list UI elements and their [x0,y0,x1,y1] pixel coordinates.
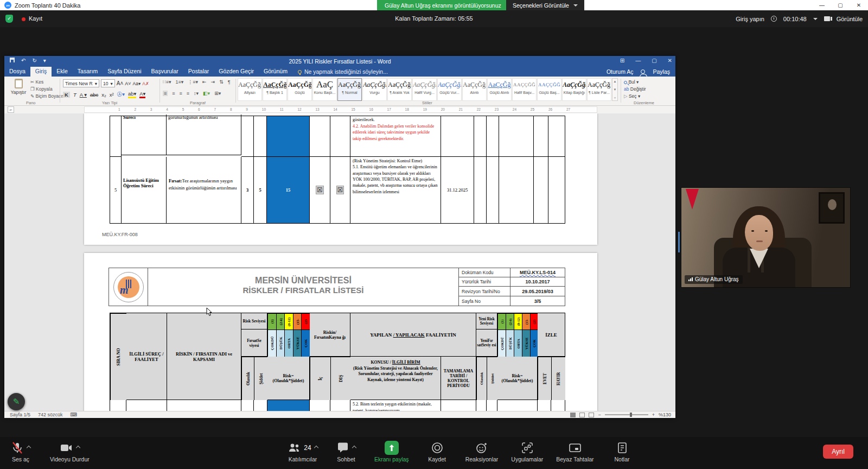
style-kitap-basligi[interactable]: AaÇçĞğlKitap Başlığı [562,78,586,101]
tab-gozden-gecir[interactable]: Gözden Geçir [214,67,259,77]
style-guclu-vurgu[interactable]: AaÇçĞğİGüçlü Vur... [437,78,462,101]
ribbon-display-icon[interactable]: ⊞ [620,58,624,64]
signin-link[interactable]: Giriş yapın [736,16,764,22]
participants-button[interactable]: 24 Katılımcılar [288,440,318,462]
ruler[interactable]: ⌐ 1 2 3 4 5 6 7 8 9 10 11 12 13 14 15 16… [4,106,675,113]
bold-button[interactable]: K [63,92,70,98]
tab-selector-icon[interactable]: ⌐ [8,106,14,113]
record-button[interactable]: Kaydet [422,440,452,462]
unmute-button[interactable]: Ses aç [5,440,36,462]
align-right-button[interactable]: ≡ [180,91,182,96]
reactions-button[interactable]: Reaksiyonlar [465,440,499,462]
minimize-button[interactable]: — [813,0,831,10]
word-restore-button[interactable]: ▢ [652,58,656,64]
underline-button[interactable]: A ▾ [80,92,87,98]
tab-giris[interactable]: Giriş [30,67,52,77]
print-layout-icon[interactable] [579,413,585,417]
zoom-slider-thumb[interactable] [630,413,632,417]
sort-button[interactable]: ⇅ [219,79,224,85]
leave-button[interactable]: Ayrıl [823,445,853,459]
apps-button[interactable]: Uygulamalar [511,440,543,462]
stop-video-button[interactable]: Videoyu Durdur [50,440,90,462]
highlight-button[interactable]: ab▾ [128,91,136,98]
superscript-button[interactable]: x² [110,92,114,98]
subscript-button[interactable]: x₂ [101,92,106,98]
text-effects-button[interactable]: Ⓐ▾ [117,91,125,98]
italic-button[interactable]: T [73,92,76,98]
multilevel-button[interactable]: ⋮≡▾ [188,79,198,85]
tab-ekle[interactable]: Ekle [52,67,72,77]
word-count[interactable]: 742 sözcük [38,412,63,417]
video-chevron-icon[interactable] [76,446,80,450]
web-layout-icon[interactable] [589,413,594,417]
font-name-select[interactable]: Times New R▾ [63,79,99,87]
change-case-button[interactable]: Aa▾ [133,81,141,86]
share-button[interactable]: Paylaş [653,68,670,75]
increase-indent-button[interactable]: ⇥ [211,79,215,85]
whiteboards-button[interactable]: Beyaz Tahtalar [556,440,593,462]
chat-button[interactable]: Sohbet [331,440,361,462]
find-button[interactable]: Bul ▾ [624,79,646,85]
select-button[interactable]: ▷ Seç ▾ [624,93,646,99]
view-options-button[interactable]: Seçenekleri Görüntüle [506,0,584,10]
word-minimize-button[interactable]: — [635,58,641,64]
tab-sayfa-duzeni[interactable]: Sayfa Düzeni [103,67,146,77]
tab-postalar[interactable]: Postalar [183,67,214,77]
tell-me-box[interactable]: Ne yapmak istediğinizi söyleyin... [292,67,393,77]
view-button[interactable]: Görüntüle [837,16,863,22]
style-konu-basligi[interactable]: AaÇKonu Başlı... [312,78,337,101]
copy-button[interactable]: ❐ Kopyala [30,86,66,92]
strikethrough-button[interactable]: abc [90,92,98,98]
font-color-button[interactable]: A▾ [139,91,145,98]
word-close-button[interactable]: ✕ [668,58,672,64]
bullets-button[interactable]: ∷≡▾ [163,79,171,85]
zoom-out-button[interactable]: − [598,412,601,417]
line-spacing-button[interactable]: ↕▾ [194,91,199,96]
style-guclu-basvuru[interactable]: AAÇÇĞĞGüçlü Baş... [537,78,561,101]
style-alinti[interactable]: AaÇçĞğıAlıntı [462,78,487,101]
participants-chevron-icon[interactable] [314,446,318,450]
style-baslik1[interactable]: AaÇçĞğİ¶ Başlık 1 [263,78,287,101]
maximize-button[interactable]: ▢ [831,0,850,10]
align-left-button[interactable]: ≡ [163,91,168,96]
shrink-font-button[interactable]: A˅ [125,81,131,86]
style-guclu-alinti[interactable]: AaÇçĞğGüçlü Alıntı [487,78,512,101]
numbering-button[interactable]: 1≡▾ [176,79,184,85]
style-normal[interactable]: AaÇçĞğİ¶ Normal [337,78,362,101]
font-size-select[interactable]: 10▾ [101,79,115,87]
paste-button[interactable]: Yapıştır [9,79,28,100]
style-hafif-vurgu[interactable]: AaÇçĞğİHafif Vurg... [412,78,437,101]
cut-button[interactable]: ✂ Kes [30,79,66,85]
justify-button[interactable]: ≡ [187,91,189,96]
style-aralik-yok[interactable]: AaÇçĞğl¶ Aralık Yok [387,78,412,101]
zoom-level[interactable]: %130 [659,412,671,417]
mic-chevron-icon[interactable] [27,446,31,450]
style-vurgu[interactable]: AaÇçĞğİVurgu [362,78,387,101]
replace-button[interactable]: ab Değiştir [624,86,646,92]
page-indicator[interactable]: Sayfa 1/5 [10,412,30,417]
format-painter-button[interactable]: ✎ Biçim Boyacısı [30,93,66,99]
tab-basvurular[interactable]: Başvurular [146,67,183,77]
close-button[interactable]: ✕ [850,0,868,10]
read-mode-icon[interactable] [570,413,576,417]
align-center-button[interactable]: ≡ [172,91,175,96]
tab-dosya[interactable]: Dosya [4,67,30,77]
notes-button[interactable]: Notlar [607,440,637,462]
account-button[interactable]: Oturum Aç [607,68,634,75]
timer-chevron-icon[interactable] [813,18,818,20]
shading-button[interactable]: ◧▾ [203,91,210,96]
zoom-slider[interactable] [605,414,648,415]
style-altyazi[interactable]: AaÇçĞğHAltyazı [238,78,262,101]
participant-video-tile[interactable]: Gülay Altun Uğraş [681,187,851,288]
style-guclu[interactable]: AaÇçĞğlGüçlü [288,78,312,101]
styles-scrollbar[interactable]: ▲▼▿ [612,78,618,101]
annotation-pen-button[interactable]: ✎ [8,393,25,410]
chat-chevron-icon[interactable] [352,446,356,450]
style-liste-paragraf[interactable]: AaÇçĞğİ¶ Liste Par... [587,78,611,101]
grow-font-button[interactable]: A˄ [117,80,124,86]
tab-gorunum[interactable]: Görünüm [259,67,292,77]
style-hafif-basvuru[interactable]: AAÇÇĞĞHafif Başv... [512,78,537,101]
pilcrow-button[interactable]: ¶ [228,79,231,85]
decrease-indent-button[interactable]: ⇤ [202,79,207,85]
share-screen-button[interactable]: Ekranı paylaş [374,440,409,462]
